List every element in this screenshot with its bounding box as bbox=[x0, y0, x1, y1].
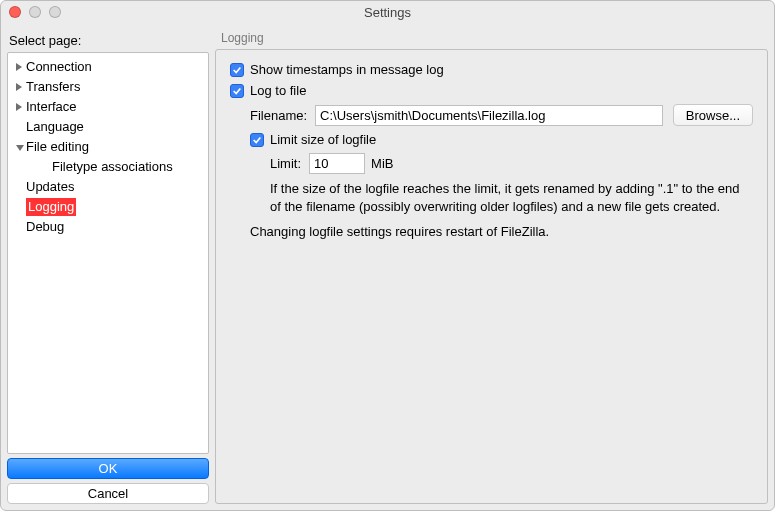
ok-button[interactable]: OK bbox=[7, 458, 209, 479]
window-title: Settings bbox=[1, 5, 774, 20]
chevron-right-icon bbox=[16, 63, 22, 71]
cancel-button[interactable]: Cancel bbox=[7, 483, 209, 504]
check-icon bbox=[232, 65, 242, 75]
chevron-down-icon bbox=[16, 145, 24, 151]
settings-window: Settings Select page: Connection Transfe… bbox=[0, 0, 775, 511]
panel-title: Logging bbox=[215, 29, 768, 49]
sidebar-buttons: OK Cancel bbox=[7, 458, 209, 504]
filename-label: Filename: bbox=[250, 108, 307, 123]
tree-item-connection[interactable]: Connection bbox=[8, 57, 208, 77]
page-tree: Connection Transfers Interface Language … bbox=[7, 52, 209, 454]
tree-item-transfers[interactable]: Transfers bbox=[8, 77, 208, 97]
sidebar-label: Select page: bbox=[7, 29, 209, 52]
filename-input[interactable] bbox=[315, 105, 663, 126]
tree-item-updates[interactable]: Updates bbox=[8, 177, 208, 197]
chevron-right-icon bbox=[16, 83, 22, 91]
window-body: Select page: Connection Transfers Interf… bbox=[1, 23, 774, 510]
limit-unit: MiB bbox=[371, 156, 393, 171]
logging-panel: Show timestamps in message log Log to fi… bbox=[215, 49, 768, 504]
log-to-file-label: Log to file bbox=[250, 83, 306, 98]
limit-label: Limit: bbox=[270, 156, 301, 171]
tree-item-logging[interactable]: Logging bbox=[8, 197, 208, 217]
show-timestamps-checkbox[interactable] bbox=[230, 63, 244, 77]
content-area: Logging Show timestamps in message log L… bbox=[215, 29, 768, 504]
log-to-file-checkbox[interactable] bbox=[230, 84, 244, 98]
check-icon bbox=[232, 86, 242, 96]
limit-size-row: Limit size of logfile bbox=[250, 132, 753, 147]
limit-size-label: Limit size of logfile bbox=[270, 132, 376, 147]
filename-row: Filename: Browse... bbox=[250, 104, 753, 126]
tree-item-language[interactable]: Language bbox=[8, 117, 208, 137]
browse-button[interactable]: Browse... bbox=[673, 104, 753, 126]
tree-item-debug[interactable]: Debug bbox=[8, 217, 208, 237]
limit-row: Limit: MiB bbox=[270, 153, 753, 174]
tree-item-filetype-associations[interactable]: Filetype associations bbox=[8, 157, 208, 177]
sidebar: Select page: Connection Transfers Interf… bbox=[7, 29, 209, 504]
limit-input[interactable] bbox=[309, 153, 365, 174]
tree-item-interface[interactable]: Interface bbox=[8, 97, 208, 117]
show-timestamps-row: Show timestamps in message log bbox=[230, 62, 753, 77]
titlebar: Settings bbox=[1, 1, 774, 23]
tree-item-file-editing[interactable]: File editing bbox=[8, 137, 208, 157]
limit-size-checkbox[interactable] bbox=[250, 133, 264, 147]
limit-note: If the size of the logfile reaches the l… bbox=[270, 180, 750, 215]
restart-note: Changing logfile settings requires resta… bbox=[250, 223, 730, 241]
log-to-file-row: Log to file bbox=[230, 83, 753, 98]
show-timestamps-label: Show timestamps in message log bbox=[250, 62, 444, 77]
chevron-right-icon bbox=[16, 103, 22, 111]
check-icon bbox=[252, 135, 262, 145]
